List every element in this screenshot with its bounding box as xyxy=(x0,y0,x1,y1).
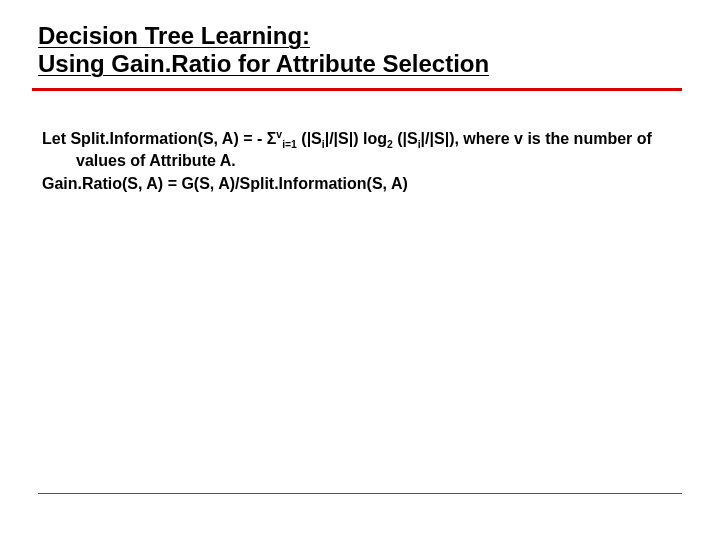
text-fragment: Let Split.Information(S, A) = - xyxy=(42,130,267,147)
text-fragment: (|S xyxy=(393,130,418,147)
split-information-definition: Let Split.Information(S, A) = - Σvi=1 (|… xyxy=(42,128,682,171)
gain-ratio-definition: Gain.Ratio(S, A) = G(S, A)/Split.Informa… xyxy=(42,173,682,195)
sigma-symbol: Σ xyxy=(267,130,277,147)
text-fragment: |/|S|) log xyxy=(325,130,387,147)
title-line-1: Decision Tree Learning: xyxy=(38,22,682,50)
title-underline-rule xyxy=(32,88,682,91)
title-block: Decision Tree Learning: Using Gain.Ratio… xyxy=(38,22,682,77)
bottom-divider xyxy=(38,493,682,494)
title-line-2: Using Gain.Ratio for Attribute Selection xyxy=(38,50,682,78)
text-fragment: (|S xyxy=(297,130,322,147)
slide: Decision Tree Learning: Using Gain.Ratio… xyxy=(0,0,720,540)
sigma-lower-limit: i=1 xyxy=(282,139,297,150)
body-text: Let Split.Information(S, A) = - Σvi=1 (|… xyxy=(42,128,682,197)
